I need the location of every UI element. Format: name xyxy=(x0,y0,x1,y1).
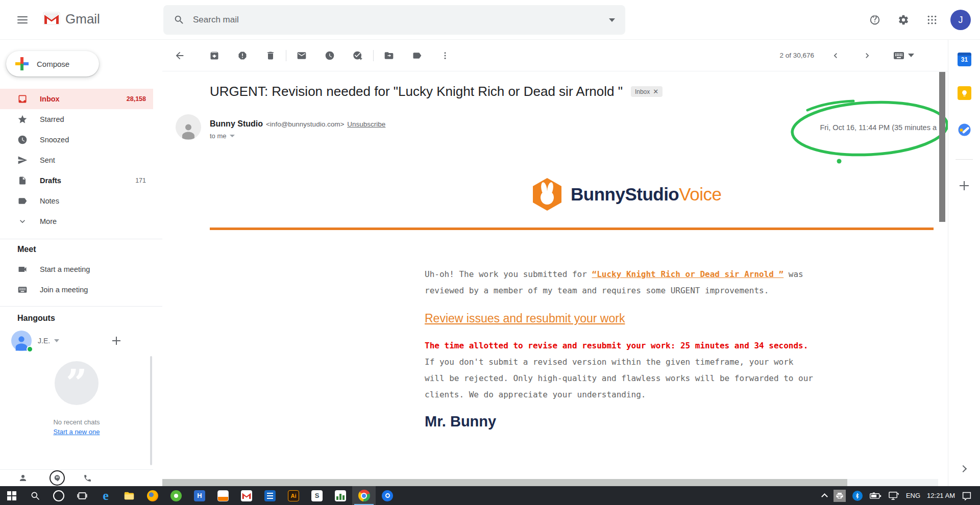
inbox-count: 28,158 xyxy=(127,95,146,103)
start-meeting-item[interactable]: Start a meeting xyxy=(0,259,153,280)
folder-nav: Inbox 28,158 Starred Snoozed xyxy=(0,89,162,232)
taskbar-app-blue-circle[interactable] xyxy=(376,486,399,505)
conversations-tab[interactable] xyxy=(50,470,65,486)
sidebar-item-drafts[interactable]: Drafts 171 xyxy=(0,170,153,191)
collapse-panel-chevron-icon[interactable] xyxy=(960,465,967,472)
main-menu-icon[interactable] xyxy=(16,14,29,26)
search-input[interactable] xyxy=(193,15,609,25)
taskbar-app-edge[interactable]: e xyxy=(94,486,117,505)
work-title-link[interactable]: “Lucky Knight Rich or Dead sir Arnold ” xyxy=(592,269,784,279)
add-to-tasks-button[interactable] xyxy=(348,45,368,66)
horizontal-scrollbar-track[interactable] xyxy=(162,479,938,486)
taskbar-app-firefox[interactable] xyxy=(141,486,164,505)
taskbar-app-illustrator[interactable]: Ai xyxy=(282,486,305,505)
clock[interactable]: 12:21 AM xyxy=(927,492,955,499)
gmail-window: Gmail xyxy=(0,0,980,505)
sender-avatar[interactable] xyxy=(176,114,201,140)
snooze-button[interactable] xyxy=(320,45,340,66)
deadline-text: The time allotted to revise and resubmit… xyxy=(425,341,808,350)
sidebar: Compose Inbox 28,158 Starred xyxy=(0,40,162,486)
app-header: Gmail xyxy=(0,0,980,40)
star-icon xyxy=(17,114,28,124)
taskbar-app-gmail[interactable] xyxy=(235,486,258,505)
sidebar-item-sent[interactable]: Sent xyxy=(0,150,153,170)
help-button[interactable] xyxy=(865,10,885,30)
videocam-icon xyxy=(17,264,28,274)
compose-button[interactable]: Compose xyxy=(6,51,99,77)
hangouts-user-row[interactable]: J.E. xyxy=(11,328,149,353)
keep-icon[interactable] xyxy=(958,86,971,100)
inbox-label-chip[interactable]: Inbox ✕ xyxy=(631,86,663,97)
sidebar-item-inbox[interactable]: Inbox 28,158 xyxy=(0,89,153,109)
network-tray-icon[interactable] xyxy=(888,491,899,500)
draft-icon xyxy=(17,175,28,186)
taskbar-search-button[interactable] xyxy=(23,486,47,505)
report-spam-button[interactable] xyxy=(232,45,253,66)
language-indicator[interactable]: ENG xyxy=(906,492,920,499)
start-new-chat-link[interactable]: Start a new one xyxy=(53,428,100,436)
get-addons-plus-icon[interactable] xyxy=(959,181,969,191)
delete-button[interactable] xyxy=(260,45,281,66)
hangouts-section-title: Hangouts xyxy=(17,314,55,323)
search-bar[interactable] xyxy=(163,5,625,35)
resubmit-link[interactable]: Review issues and resubmit your work xyxy=(425,312,625,325)
cortana-button[interactable] xyxy=(47,486,70,505)
more-options-button[interactable] xyxy=(435,45,455,66)
search-icon xyxy=(174,14,185,26)
envelope-icon xyxy=(297,50,307,61)
taskbar-app-green[interactable] xyxy=(164,486,188,505)
move-to-button[interactable] xyxy=(379,45,399,66)
archive-button[interactable] xyxy=(204,45,225,66)
labels-button[interactable] xyxy=(407,45,427,66)
older-email-button[interactable] xyxy=(857,45,877,66)
recipient-details-toggle[interactable]: to me xyxy=(210,132,385,140)
newer-email-button[interactable] xyxy=(825,45,846,66)
join-meeting-item[interactable]: Join a meeting xyxy=(0,280,153,300)
taskbar-app-file-explorer[interactable] xyxy=(117,486,141,505)
taskbar-app-document[interactable] xyxy=(258,486,282,505)
settings-button[interactable] xyxy=(893,10,914,30)
hangouts-user-caret-icon[interactable] xyxy=(54,339,59,342)
unsubscribe-link[interactable]: Unsubscribe xyxy=(347,120,385,128)
mark-unread-button[interactable] xyxy=(291,45,312,66)
calls-tab[interactable] xyxy=(76,470,99,486)
hidden-icons-chevron[interactable] xyxy=(821,493,828,500)
phone-icon xyxy=(83,474,92,483)
back-button[interactable] xyxy=(169,45,190,66)
remove-label-icon[interactable]: ✕ xyxy=(653,88,658,95)
sidebar-item-snoozed[interactable]: Snoozed xyxy=(0,130,153,150)
taskbar-app-h[interactable]: H xyxy=(188,486,211,505)
taskbar-app-chart[interactable] xyxy=(329,486,352,505)
contacts-tab[interactable] xyxy=(11,470,34,486)
gmail-logo[interactable]: Gmail xyxy=(43,11,100,27)
bluetooth-tray-icon[interactable] xyxy=(852,491,863,501)
calendar-icon[interactable]: 31 xyxy=(958,53,971,66)
battery-tray-icon[interactable] xyxy=(869,492,881,500)
account-avatar[interactable]: J xyxy=(950,10,971,30)
horizontal-scrollbar-thumb[interactable] xyxy=(162,479,847,486)
toolbar-separator xyxy=(373,50,374,61)
brand-name-light: Voice xyxy=(679,184,721,204)
sidebar-item-more[interactable]: More xyxy=(0,211,153,232)
hangouts-avatar xyxy=(11,331,32,351)
sidebar-item-notes[interactable]: Notes xyxy=(0,191,153,211)
gmail-m-icon xyxy=(241,490,252,501)
sidebar-scrollbar[interactable] xyxy=(150,356,152,465)
new-conversation-plus-icon[interactable] xyxy=(111,336,121,346)
taskbar-app-s[interactable]: S xyxy=(305,486,329,505)
input-tools-button[interactable] xyxy=(889,45,918,66)
start-button[interactable] xyxy=(0,486,23,505)
taskbar-app-chrome[interactable] xyxy=(352,486,376,505)
sidebar-item-starred[interactable]: Starred xyxy=(0,109,153,130)
email-body: Uh-oh! The work you submitted for “Lucky… xyxy=(425,266,818,430)
printer-tray-icon[interactable] xyxy=(834,490,846,502)
divider xyxy=(955,159,973,160)
task-view-button[interactable] xyxy=(70,486,94,505)
move-folder-icon xyxy=(384,50,394,61)
tasks-icon[interactable] xyxy=(958,123,971,137)
taskbar-app-cup[interactable] xyxy=(211,486,235,505)
search-options-caret-icon[interactable] xyxy=(609,18,615,22)
google-apps-button[interactable] xyxy=(922,10,942,30)
vertical-scrollbar[interactable] xyxy=(939,72,945,222)
action-center-icon[interactable] xyxy=(962,491,972,500)
